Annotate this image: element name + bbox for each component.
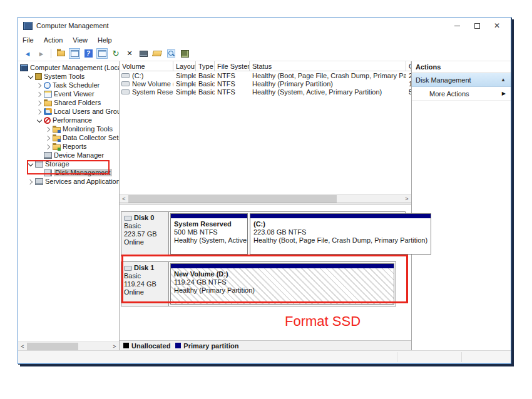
- tree-horizontal-scrollbar[interactable]: < >: [18, 341, 119, 350]
- partition-new-volume-d[interactable]: New Volume (D:) 119.24 GB NTFS Healthy (…: [170, 263, 394, 305]
- extra-tool-icon[interactable]: [179, 48, 190, 59]
- table-row-system-reserved[interactable]: System Reserved Simple Basic NTFS Health…: [120, 88, 411, 96]
- back-icon[interactable]: ◄: [22, 48, 33, 59]
- scroll-right-icon[interactable]: >: [110, 342, 119, 351]
- computer-management-window: Computer Management ✕ File Action View H…: [18, 17, 511, 364]
- status-bar: [18, 350, 511, 363]
- tree-item-monitoring-tools[interactable]: Monitoring Tools: [18, 124, 119, 133]
- disk-icon: [124, 216, 132, 221]
- local-users-icon: [44, 108, 52, 115]
- tree-item-disk-management[interactable]: Disk Management: [18, 168, 119, 177]
- partition-color-bar: [171, 264, 394, 268]
- show-window-icon[interactable]: [96, 48, 108, 59]
- scroll-left-icon[interactable]: <: [18, 342, 27, 351]
- disk-0-row[interactable]: Disk 0 Basic 223.57 GB Online System Res…: [121, 211, 406, 256]
- tree-item-storage[interactable]: Storage: [18, 159, 119, 168]
- more-actions-arrow-icon[interactable]: ▶: [502, 91, 506, 96]
- tree-item-device-manager[interactable]: Device Manager: [18, 151, 119, 159]
- menu-file[interactable]: File: [23, 36, 34, 44]
- scrollbar-thumb[interactable]: [27, 343, 78, 350]
- chevron-collapsed-icon[interactable]: [45, 135, 51, 141]
- drive-icon: [121, 89, 130, 94]
- properties-icon[interactable]: [138, 48, 149, 59]
- table-row-volume-d[interactable]: New Volume (D:) Simple Basic NTFS Health…: [120, 79, 411, 88]
- chevron-collapsed-icon[interactable]: [28, 179, 33, 184]
- main-content: Computer Management (Local System Tools …: [18, 61, 511, 350]
- tree-item-performance[interactable]: Performance: [18, 116, 119, 124]
- col-filesystem[interactable]: File System: [215, 61, 250, 71]
- event-viewer-icon: [44, 91, 52, 98]
- tree-item-computer-management[interactable]: Computer Management (Local: [18, 63, 119, 72]
- tree-item-reports[interactable]: Reports: [18, 142, 119, 151]
- disk-0-label: Disk 0 Basic 223.57 GB Online: [121, 212, 169, 256]
- col-capacity[interactable]: Ca: [406, 61, 411, 71]
- help-icon[interactable]: ?: [83, 48, 94, 59]
- computer-icon: [20, 64, 28, 71]
- open-folder-icon[interactable]: [151, 48, 163, 59]
- col-volume[interactable]: Volume: [120, 61, 173, 71]
- tree-item-system-tools[interactable]: System Tools: [18, 72, 119, 81]
- task-scheduler-icon: [44, 82, 51, 89]
- volume-list-pane: Volume Layout Type File System Status Ca…: [120, 61, 411, 203]
- close-button[interactable]: ✕: [487, 19, 507, 33]
- volume-table: Volume Layout Type File System Status Ca…: [120, 61, 411, 194]
- window-controls: ✕: [447, 19, 507, 33]
- partition-c[interactable]: (C:) 223.08 GB NTFS Healthy (Boot, Page …: [250, 213, 431, 255]
- minimize-button[interactable]: [447, 19, 467, 33]
- drive-icon: [121, 81, 130, 86]
- delete-icon[interactable]: ✕: [124, 48, 135, 59]
- tree-item-task-scheduler[interactable]: Task Scheduler: [18, 81, 119, 89]
- col-type[interactable]: Type: [196, 61, 215, 71]
- tree-item-event-viewer[interactable]: Event Viewer: [18, 89, 119, 98]
- chevron-expanded-icon[interactable]: [28, 161, 33, 167]
- col-layout[interactable]: Layout: [173, 61, 196, 71]
- disk-icon: [124, 266, 132, 271]
- graphical-disk-pane: Disk 0 Basic 223.57 GB Online System Res…: [120, 205, 411, 350]
- console-tree: Computer Management (Local System Tools …: [18, 61, 119, 341]
- chevron-collapsed-icon[interactable]: [45, 144, 51, 149]
- chevron-collapsed-icon[interactable]: [36, 91, 42, 97]
- menu-help[interactable]: Help: [98, 36, 112, 44]
- menu-view[interactable]: View: [73, 36, 88, 44]
- menu-action[interactable]: Action: [44, 36, 63, 44]
- storage-icon: [35, 161, 43, 168]
- more-actions-item[interactable]: More Actions ▶: [412, 87, 511, 101]
- disk-1-row[interactable]: Disk 1 Basic 119.24 GB Online New Volume…: [121, 261, 396, 306]
- volume-list-horizontal-scrollbar[interactable]: < >: [120, 194, 411, 203]
- services-and-applications-icon: [35, 178, 43, 185]
- chevron-collapsed-icon[interactable]: [45, 126, 51, 132]
- chevron-collapsed-icon[interactable]: [36, 109, 42, 114]
- tree-item-shared-folders[interactable]: Shared Folders: [18, 98, 119, 107]
- tree-item-services-and-applications[interactable]: Services and Applications: [18, 177, 119, 186]
- minimize-icon: [454, 26, 460, 26]
- menu-bar: File Action View Help: [18, 34, 511, 46]
- up-level-folder-icon[interactable]: [55, 48, 66, 59]
- maximize-icon: [474, 23, 480, 29]
- chevron-collapsed-icon[interactable]: [36, 83, 42, 88]
- table-row-volume-c[interactable]: (C:) Simple Basic NTFS Healthy (Boot, Pa…: [120, 71, 411, 79]
- chevron-expanded-icon[interactable]: [36, 118, 42, 123]
- tree-item-local-users-and-groups[interactable]: Local Users and Groups: [18, 107, 119, 116]
- partition-system-reserved[interactable]: System Reserved 500 MB NTFS Healthy (Sys…: [170, 213, 248, 255]
- actions-group-disk-management[interactable]: Disk Management ▲: [412, 73, 511, 87]
- chevron-collapsed-icon[interactable]: [36, 100, 42, 106]
- col-status[interactable]: Status: [250, 61, 406, 71]
- tree-item-data-collector-sets[interactable]: Data Collector Sets: [18, 133, 119, 142]
- disk-1-label: Disk 1 Basic 119.24 GB Online: [121, 262, 169, 306]
- maximize-button[interactable]: [467, 19, 487, 33]
- shared-folders-icon: [44, 101, 52, 106]
- chevron-placeholder: [36, 170, 42, 176]
- scrollbar-thumb[interactable]: [128, 195, 337, 203]
- scroll-left-icon[interactable]: <: [120, 194, 128, 203]
- unallocated-swatch-icon: [123, 343, 129, 348]
- forward-icon[interactable]: ►: [36, 48, 47, 59]
- collapse-icon[interactable]: ▲: [501, 77, 506, 83]
- scroll-right-icon[interactable]: >: [402, 194, 411, 203]
- console-tree-pane: Computer Management (Local System Tools …: [18, 61, 120, 350]
- search-icon[interactable]: [165, 48, 176, 59]
- legend-primary-partition: Primary partition: [175, 342, 238, 350]
- partition-color-bar: [171, 214, 247, 218]
- refresh-icon[interactable]: ↻: [110, 48, 121, 59]
- console-tree-toggle-icon[interactable]: [69, 48, 80, 59]
- chevron-expanded-icon[interactable]: [28, 74, 33, 79]
